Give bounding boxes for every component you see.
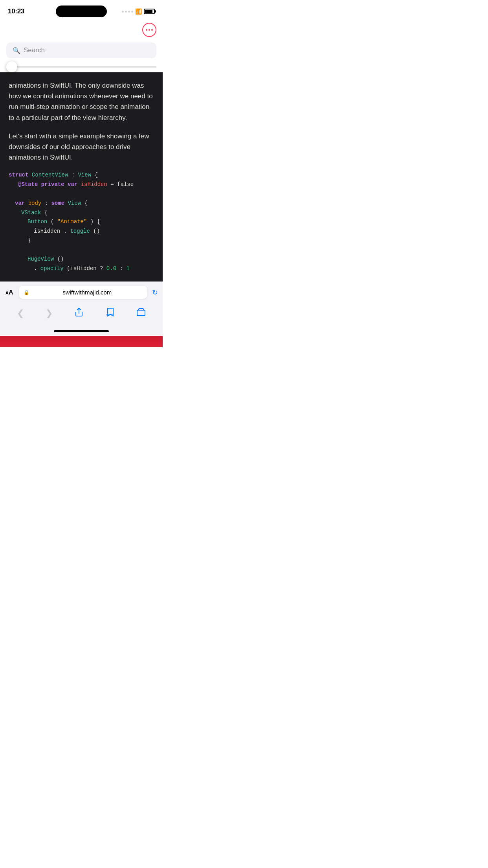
keyword-state: @State: [18, 181, 38, 188]
keyword-some: some: [51, 200, 64, 206]
article-text-2: Let's start with a simple example showin…: [9, 131, 154, 163]
search-container: 🔍 Search: [0, 40, 163, 63]
dot3: [151, 29, 153, 31]
vstack: VStack: [21, 210, 41, 216]
code-line-7: }: [9, 236, 154, 246]
browser-nav-row: ❮ ❯: [0, 303, 163, 329]
share-icon: [74, 307, 84, 317]
keyword-var2: var: [15, 200, 25, 206]
more-options-dots: [146, 29, 153, 31]
lock-icon: 🔒: [24, 290, 29, 295]
code-line-4: VStack {: [9, 208, 154, 218]
status-time: 10:23: [8, 7, 24, 15]
var-body: body: [28, 200, 42, 206]
browser-chrome: AA 🔒 swiftwithmajid.com ↻ ❮ ❯: [0, 281, 163, 335]
code-line-1: struct ContentView : View {: [9, 171, 154, 180]
address-bar[interactable]: 🔒 swiftwithmajid.com: [19, 286, 147, 299]
hugeview: HugeView: [28, 256, 54, 262]
progress-slider[interactable]: [6, 66, 156, 68]
keyword-private: private: [41, 181, 64, 188]
bottom-app-hint: [0, 336, 163, 347]
back-button[interactable]: ❮: [12, 307, 29, 320]
article-text-1: animations in SwiftUI. The only downside…: [9, 80, 154, 123]
reload-button[interactable]: ↻: [150, 287, 160, 298]
var-ishidden2: isHidden: [34, 228, 60, 234]
slider-thumb[interactable]: [6, 61, 17, 72]
url-text: swiftwithmajid.com: [32, 289, 143, 296]
val-false: false: [117, 181, 134, 188]
address-bar-row: AA 🔒 swiftwithmajid.com ↻: [0, 282, 163, 303]
code-line-5: Button ( "Animate" ) {: [9, 217, 154, 227]
code-line-2: @State private var isHidden = false: [9, 180, 154, 189]
svg-rect-1: [137, 310, 145, 316]
method-opacity: opacity: [40, 265, 64, 272]
signal-icon: [122, 11, 133, 13]
tabs-button[interactable]: [132, 306, 150, 321]
slider-container: [0, 63, 163, 68]
var-ishidden: isHidden: [81, 181, 107, 188]
forward-button[interactable]: ❯: [41, 307, 57, 320]
dot2: [149, 29, 150, 31]
string-animate: "Animate": [57, 219, 87, 225]
val-1: 1: [126, 265, 129, 272]
keyword-struct: struct: [9, 172, 28, 178]
search-placeholder: Search: [24, 46, 45, 54]
bottom-spacer: [0, 332, 163, 335]
code-line-3: var body : some View {: [9, 199, 154, 208]
more-options-button[interactable]: [142, 23, 156, 37]
code-block: struct ContentView : View { @State priva…: [9, 171, 154, 274]
tabs-icon: [136, 307, 146, 317]
type-view2: View: [68, 200, 81, 206]
web-content-area: animations in SwiftUI. The only downside…: [0, 72, 163, 281]
search-bar[interactable]: 🔍 Search: [6, 42, 156, 58]
status-bar: 10:23 📶: [0, 0, 163, 20]
code-line-6: isHidden . toggle (): [9, 227, 154, 236]
method-toggle: toggle: [70, 228, 90, 234]
bookmarks-button[interactable]: [101, 306, 119, 321]
code-line-8: HugeView (): [9, 255, 154, 264]
battery-icon: [144, 9, 155, 14]
share-button[interactable]: [70, 306, 88, 321]
more-options-row: [0, 20, 163, 40]
text-size-button[interactable]: AA: [3, 287, 16, 298]
notch: [56, 6, 107, 17]
bookmarks-icon: [105, 307, 115, 317]
type-view: View: [78, 172, 91, 178]
val-00: 0.0: [106, 265, 116, 272]
button: Button: [28, 219, 47, 225]
class-name: ContentView: [32, 172, 68, 178]
keyword-var: var: [68, 181, 77, 188]
wifi-icon: 📶: [135, 8, 142, 15]
dot1: [146, 29, 147, 31]
search-icon: 🔍: [13, 47, 20, 54]
code-line-9: . opacity (isHidden ? 0.0 : 1: [9, 264, 154, 274]
